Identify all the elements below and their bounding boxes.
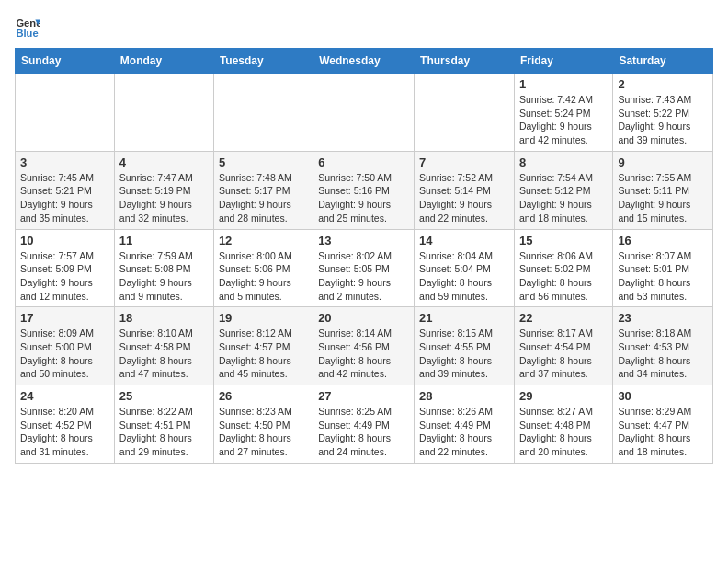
day-number: 25 — [119, 389, 209, 403]
calendar-cell — [313, 74, 415, 152]
day-info: Sunrise: 7:52 AMSunset: 5:14 PMDaylight:… — [419, 171, 509, 225]
day-number: 19 — [219, 311, 308, 325]
day-number: 12 — [219, 234, 308, 247]
day-number: 9 — [618, 155, 708, 169]
calendar-cell: 26Sunrise: 8:23 AMSunset: 4:50 PMDayligh… — [213, 385, 313, 464]
calendar-cell: 8Sunrise: 7:54 AMSunset: 5:12 PMDaylight… — [514, 151, 612, 229]
day-info: Sunrise: 8:14 AMSunset: 4:56 PMDaylight:… — [318, 327, 409, 381]
calendar-cell: 3Sunrise: 7:45 AMSunset: 5:21 PMDaylight… — [16, 151, 115, 229]
day-info: Sunrise: 8:25 AMSunset: 4:49 PMDaylight:… — [318, 405, 409, 459]
day-info: Sunrise: 7:45 AMSunset: 5:21 PMDaylight:… — [20, 171, 109, 225]
calendar-table: SundayMondayTuesdayWednesdayThursdayFrid… — [15, 48, 713, 464]
calendar-cell: 5Sunrise: 7:48 AMSunset: 5:17 PMDaylight… — [213, 151, 313, 229]
day-number: 8 — [519, 155, 608, 169]
day-info: Sunrise: 8:06 AMSunset: 5:02 PMDaylight:… — [519, 249, 608, 304]
calendar-cell: 27Sunrise: 8:25 AMSunset: 4:49 PMDayligh… — [313, 385, 415, 464]
calendar-cell: 20Sunrise: 8:14 AMSunset: 4:56 PMDayligh… — [313, 307, 415, 385]
day-info: Sunrise: 7:48 AMSunset: 5:17 PMDaylight:… — [219, 171, 308, 225]
calendar-cell: 14Sunrise: 8:04 AMSunset: 5:04 PMDayligh… — [415, 229, 515, 307]
calendar-cell — [114, 74, 213, 152]
header: General Blue — [15, 15, 713, 40]
day-info: Sunrise: 7:59 AMSunset: 5:08 PMDaylight:… — [119, 249, 209, 304]
day-info: Sunrise: 8:29 AMSunset: 4:47 PMDaylight:… — [618, 405, 708, 459]
day-info: Sunrise: 7:43 AMSunset: 5:22 PMDaylight:… — [618, 93, 708, 147]
week-row-3: 10Sunrise: 7:57 AMSunset: 5:09 PMDayligh… — [16, 229, 713, 307]
calendar-cell: 11Sunrise: 7:59 AMSunset: 5:08 PMDayligh… — [114, 229, 213, 307]
calendar-cell: 28Sunrise: 8:26 AMSunset: 4:49 PMDayligh… — [415, 385, 515, 464]
header-friday: Friday — [514, 49, 612, 74]
day-number: 24 — [20, 389, 109, 403]
calendar-cell: 4Sunrise: 7:47 AMSunset: 5:19 PMDaylight… — [114, 151, 213, 229]
week-row-2: 3Sunrise: 7:45 AMSunset: 5:21 PMDaylight… — [16, 151, 713, 229]
day-number: 6 — [318, 155, 409, 169]
day-info: Sunrise: 8:04 AMSunset: 5:04 PMDaylight:… — [419, 249, 509, 304]
day-info: Sunrise: 8:27 AMSunset: 4:48 PMDaylight:… — [519, 405, 608, 459]
day-info: Sunrise: 8:10 AMSunset: 4:58 PMDaylight:… — [119, 327, 209, 381]
day-info: Sunrise: 7:54 AMSunset: 5:12 PMDaylight:… — [519, 171, 608, 225]
day-number: 27 — [318, 389, 409, 403]
day-number: 4 — [119, 155, 209, 169]
calendar-cell: 23Sunrise: 8:18 AMSunset: 4:53 PMDayligh… — [613, 307, 713, 385]
calendar-cell: 22Sunrise: 8:17 AMSunset: 4:54 PMDayligh… — [514, 307, 612, 385]
day-info: Sunrise: 8:02 AMSunset: 5:05 PMDaylight:… — [318, 249, 409, 304]
day-info: Sunrise: 8:12 AMSunset: 4:57 PMDaylight:… — [219, 327, 308, 381]
day-number: 20 — [318, 311, 409, 325]
calendar-cell: 2Sunrise: 7:43 AMSunset: 5:22 PMDaylight… — [613, 74, 713, 152]
day-number: 28 — [419, 389, 509, 403]
calendar-cell: 30Sunrise: 8:29 AMSunset: 4:47 PMDayligh… — [613, 385, 713, 464]
day-info: Sunrise: 8:00 AMSunset: 5:06 PMDaylight:… — [219, 249, 308, 304]
week-row-5: 24Sunrise: 8:20 AMSunset: 4:52 PMDayligh… — [16, 385, 713, 464]
calendar-cell: 21Sunrise: 8:15 AMSunset: 4:55 PMDayligh… — [415, 307, 515, 385]
day-number: 16 — [618, 234, 708, 247]
day-number: 10 — [20, 234, 109, 247]
calendar-cell — [415, 74, 515, 152]
header-tuesday: Tuesday — [213, 49, 313, 74]
calendar-cell: 24Sunrise: 8:20 AMSunset: 4:52 PMDayligh… — [16, 385, 115, 464]
day-number: 7 — [419, 155, 509, 169]
day-number: 21 — [419, 311, 509, 325]
day-number: 1 — [519, 77, 608, 91]
day-number: 2 — [618, 77, 708, 91]
day-info: Sunrise: 7:42 AMSunset: 5:24 PMDaylight:… — [519, 93, 608, 147]
calendar-cell: 25Sunrise: 8:22 AMSunset: 4:51 PMDayligh… — [114, 385, 213, 464]
day-info: Sunrise: 8:18 AMSunset: 4:53 PMDaylight:… — [618, 327, 708, 381]
calendar-cell: 17Sunrise: 8:09 AMSunset: 5:00 PMDayligh… — [16, 307, 115, 385]
day-number: 14 — [419, 234, 509, 247]
calendar-header-row: SundayMondayTuesdayWednesdayThursdayFrid… — [16, 49, 713, 74]
header-sunday: Sunday — [16, 49, 115, 74]
day-number: 13 — [318, 234, 409, 247]
day-number: 26 — [219, 389, 308, 403]
day-number: 5 — [219, 155, 308, 169]
calendar-cell: 1Sunrise: 7:42 AMSunset: 5:24 PMDaylight… — [514, 74, 612, 152]
day-number: 29 — [519, 389, 608, 403]
calendar-cell: 18Sunrise: 8:10 AMSunset: 4:58 PMDayligh… — [114, 307, 213, 385]
day-info: Sunrise: 8:07 AMSunset: 5:01 PMDaylight:… — [618, 249, 708, 304]
day-info: Sunrise: 7:55 AMSunset: 5:11 PMDaylight:… — [618, 171, 708, 225]
day-number: 30 — [618, 389, 708, 403]
day-number: 23 — [618, 311, 708, 325]
day-info: Sunrise: 8:22 AMSunset: 4:51 PMDaylight:… — [119, 405, 209, 459]
logo: General Blue — [15, 15, 44, 40]
header-thursday: Thursday — [415, 49, 515, 74]
calendar-cell: 16Sunrise: 8:07 AMSunset: 5:01 PMDayligh… — [613, 229, 713, 307]
day-info: Sunrise: 7:57 AMSunset: 5:09 PMDaylight:… — [20, 249, 109, 304]
calendar-cell — [16, 74, 115, 152]
svg-text:Blue: Blue — [16, 28, 38, 39]
calendar-cell: 15Sunrise: 8:06 AMSunset: 5:02 PMDayligh… — [514, 229, 612, 307]
header-wednesday: Wednesday — [313, 49, 415, 74]
calendar-cell: 7Sunrise: 7:52 AMSunset: 5:14 PMDaylight… — [415, 151, 515, 229]
day-info: Sunrise: 7:50 AMSunset: 5:16 PMDaylight:… — [318, 171, 409, 225]
day-number: 22 — [519, 311, 608, 325]
day-info: Sunrise: 7:47 AMSunset: 5:19 PMDaylight:… — [119, 171, 209, 225]
week-row-1: 1Sunrise: 7:42 AMSunset: 5:24 PMDaylight… — [16, 74, 713, 152]
calendar-cell: 13Sunrise: 8:02 AMSunset: 5:05 PMDayligh… — [313, 229, 415, 307]
day-info: Sunrise: 8:20 AMSunset: 4:52 PMDaylight:… — [20, 405, 109, 459]
calendar-cell: 10Sunrise: 7:57 AMSunset: 5:09 PMDayligh… — [16, 229, 115, 307]
week-row-4: 17Sunrise: 8:09 AMSunset: 5:00 PMDayligh… — [16, 307, 713, 385]
day-info: Sunrise: 8:26 AMSunset: 4:49 PMDaylight:… — [419, 405, 509, 459]
header-monday: Monday — [114, 49, 213, 74]
calendar-cell: 6Sunrise: 7:50 AMSunset: 5:16 PMDaylight… — [313, 151, 415, 229]
calendar-cell: 12Sunrise: 8:00 AMSunset: 5:06 PMDayligh… — [213, 229, 313, 307]
calendar-cell — [213, 74, 313, 152]
day-info: Sunrise: 8:23 AMSunset: 4:50 PMDaylight:… — [219, 405, 308, 459]
